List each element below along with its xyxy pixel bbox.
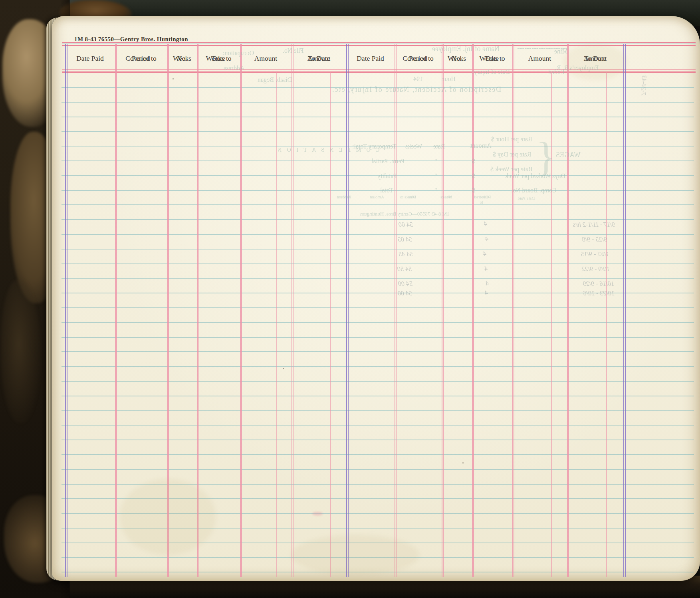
ghost-rate-per-week: Rate per Week $: [490, 166, 532, 173]
paper-speck: [173, 78, 174, 79]
ghost-description: Description of Accident, Nature of Injur…: [331, 85, 501, 94]
header-col-period: PeriodCovered to: [115, 47, 167, 69]
ghost-ditto: ": [434, 187, 437, 194]
ghost-name-of-employee: Name of Inj. Employee: [432, 45, 500, 53]
ghost-entry-weeks: 4: [484, 220, 487, 228]
ghost-entry-amount: 54 50: [397, 265, 412, 273]
ghost-ended: Ended: [548, 69, 565, 76]
ghost-comp-board-no: Comp. Board No.: [511, 187, 557, 194]
paper-speck: [462, 462, 464, 463]
ghost-entry-weeks: 4: [483, 250, 486, 257]
ghost-file-no: File No.: [283, 47, 303, 54]
ghost-date-of-injury: Date of Injury:: [472, 68, 510, 75]
ghost-margin-date: 7-24-43: [640, 75, 648, 96]
ghost-entry-amount: 54 00: [399, 221, 413, 228]
ghost-rate-col: Rate: [433, 143, 445, 150]
ghost-entry-amount: 54 00: [398, 280, 412, 287]
ghost-dollar: $: [472, 158, 475, 165]
paper-speck: [283, 368, 284, 369]
center-rule-purple: [346, 44, 349, 577]
ghost-entry-date: 10/9 - 9/22: [524, 265, 610, 273]
column-rule: [472, 44, 474, 577]
ghost-temporary-total: Temporary Total:: [352, 143, 397, 150]
column-rule: [395, 44, 397, 577]
ledger-book-scan: 1M 8-43 76550—Gentry Bros. Huntington Da…: [0, 0, 700, 598]
ghost-dollar: $: [472, 172, 475, 180]
ghost-entry-weeks: 4: [485, 236, 488, 243]
column-rule: [567, 44, 569, 577]
pink-smudge: [312, 512, 323, 516]
ghost-entry-date: 9/17 · 11/1-2 hrs: [523, 221, 615, 228]
ghost-entry-weeks: 4: [484, 265, 488, 272]
ghost-weeks: Weeks: [405, 143, 422, 150]
column-rule: [240, 44, 242, 577]
ghost-entry-amount: 54 05: [398, 236, 412, 243]
ghost-disab-began: Disab. Began: [258, 76, 292, 83]
ghost-entry-date: 10/23 - 10/6: [525, 290, 615, 297]
ghost-address: Address: [224, 65, 244, 72]
ghost-entry-weeks: 4: [486, 280, 489, 287]
printer-imprint: 1M 8-43 76550—Gentry Bros. Huntington: [74, 36, 188, 43]
column-rule: [442, 44, 444, 577]
ghost-ditto: ": [434, 172, 437, 180]
ghost-total: Total: [380, 187, 393, 194]
header-col-date-paid: Date Paid: [65, 47, 115, 69]
ghost-fatality: Fatality: [377, 172, 397, 180]
ghost-ditto: ": [434, 158, 437, 165]
margin-rule-purple: [623, 44, 626, 577]
column-rule: [115, 44, 117, 577]
ghost-entry-date: 10/2 - 9/15: [525, 251, 609, 258]
ghost-entry-amount: 54 45: [399, 251, 413, 258]
ghost-imprint: 1M 8-43 76550—Gentry Bros. Huntington: [360, 211, 450, 217]
ghost-entry-date: 9/25 - 9/8: [527, 236, 607, 243]
ghost-hour: Hour.: [441, 75, 456, 83]
ghost-entry-amount: 54 00: [398, 290, 412, 297]
ghost-days-worked: Days Worked per Week: [505, 172, 565, 180]
ledger-page: 1M 8-43 76550—Gentry Bros. Huntington Da…: [52, 16, 700, 581]
ghost-entry-date: 10/16 - 9/29: [526, 280, 614, 287]
cents-rule: [606, 72, 607, 577]
header-col-no-weeks: No.Weeks: [167, 47, 197, 69]
ghost-rate-per-day: Rate per Day $: [493, 151, 531, 158]
margin-rule-purple: [65, 44, 67, 577]
ghost-occupation: Occupation:: [223, 50, 254, 57]
ghost-amount-col: Amount: [470, 142, 491, 149]
ghost-dollar: $: [472, 187, 475, 194]
ghost-rate-per-hour: Rate per Hour $: [491, 136, 532, 143]
ghost-wages: WAGES: [556, 151, 581, 159]
paper-stain: [292, 535, 419, 575]
ghost-entry-weeks: 4: [485, 289, 488, 297]
paper-stain: [120, 479, 216, 555]
header-col-date-paid: Date Paid: [346, 47, 395, 69]
ghost-year: 194: [413, 75, 423, 83]
paper-stain: [563, 44, 627, 80]
column-rule: [292, 44, 293, 577]
column-rule: [512, 44, 514, 577]
ghost-perm-partial: Perm. Partial: [371, 158, 405, 165]
